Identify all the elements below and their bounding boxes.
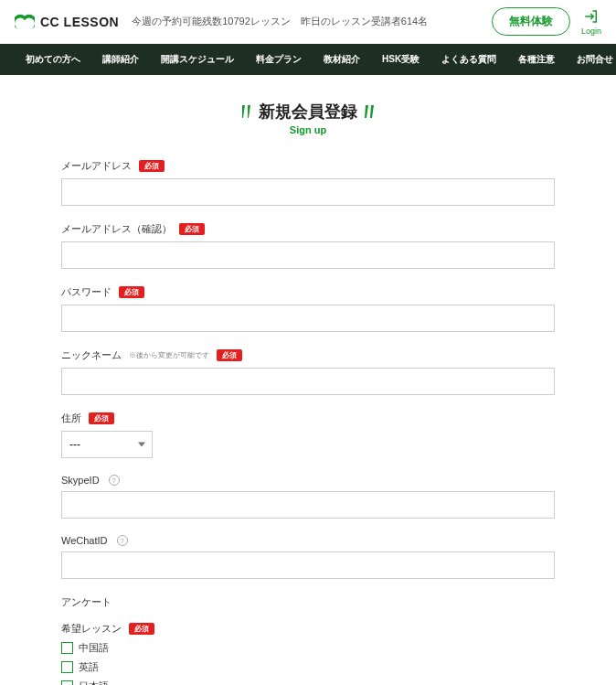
nav-item-faq[interactable]: よくある質問 bbox=[430, 44, 507, 75]
header-right: 無料体験 Login bbox=[492, 7, 601, 36]
option-label: 英語 bbox=[79, 660, 99, 674]
nav-right: 各種注意 お問合せ bbox=[507, 44, 616, 75]
wechat-label: WeChatID bbox=[61, 535, 108, 546]
wechat-input[interactable] bbox=[61, 551, 555, 579]
nav-item-contact[interactable]: お問合せ bbox=[566, 44, 616, 75]
field-email-confirm: メールアドレス（確認） 必須 bbox=[61, 222, 555, 269]
option-label: 日本語 bbox=[79, 680, 109, 685]
desired-option-en[interactable]: 英語 bbox=[61, 660, 555, 674]
desired-option-jp[interactable]: 日本語 bbox=[61, 680, 555, 685]
option-label: 中国語 bbox=[79, 641, 109, 655]
field-email: メールアドレス 必須 bbox=[61, 159, 555, 206]
logo-text: CC LESSON bbox=[40, 15, 119, 29]
trial-button[interactable]: 無料体験 bbox=[492, 7, 570, 36]
field-nickname: ニックネーム ※後から変更が可能です 必須 bbox=[61, 348, 555, 395]
help-icon[interactable]: ? bbox=[117, 535, 128, 546]
address-select[interactable]: --- bbox=[61, 431, 153, 458]
page-title-wrap: 新規会員登録 Sign up bbox=[61, 101, 555, 135]
desired-label: 希望レッスン bbox=[61, 622, 122, 636]
required-badge: 必須 bbox=[217, 349, 242, 361]
password-label: パスワード bbox=[61, 285, 112, 299]
header-left: CC LESSON 今週の予約可能残数10792レッスン 昨日のレッスン受講者6… bbox=[15, 12, 428, 32]
nav-item-hsk[interactable]: HSK受験 bbox=[371, 44, 430, 75]
required-badge: 必須 bbox=[89, 412, 114, 424]
nav-item-teachers[interactable]: 講師紹介 bbox=[91, 44, 150, 75]
checkbox-icon bbox=[61, 680, 73, 685]
nav-item-materials[interactable]: 教材紹介 bbox=[313, 44, 371, 75]
logo-icon bbox=[15, 12, 35, 32]
quote-left-icon bbox=[242, 105, 251, 118]
field-desired: 希望レッスン 必須 中国語 英語 日本語 その他 bbox=[61, 622, 555, 685]
required-badge: 必須 bbox=[119, 286, 144, 298]
logo[interactable]: CC LESSON bbox=[15, 12, 119, 32]
nav-item-notice[interactable]: 各種注意 bbox=[507, 44, 566, 75]
checkbox-icon bbox=[61, 642, 73, 654]
desired-option-cn[interactable]: 中国語 bbox=[61, 641, 555, 655]
email-confirm-input[interactable] bbox=[61, 241, 555, 269]
address-label: 住所 bbox=[61, 412, 81, 425]
field-address: 住所 必須 --- bbox=[61, 412, 555, 458]
login-icon bbox=[583, 8, 600, 25]
required-badge: 必須 bbox=[129, 623, 154, 635]
field-wechat: WeChatID ? bbox=[61, 535, 555, 579]
email-confirm-label: メールアドレス（確認） bbox=[61, 222, 172, 236]
header: CC LESSON 今週の予約可能残数10792レッスン 昨日のレッスン受講者6… bbox=[0, 0, 616, 44]
nickname-hint: ※後から変更が可能です bbox=[129, 350, 209, 360]
quote-right-icon bbox=[365, 105, 374, 118]
email-label: メールアドレス bbox=[61, 159, 132, 173]
field-skype: SkypeID ? bbox=[61, 475, 555, 519]
nickname-label: ニックネーム bbox=[61, 348, 122, 362]
required-badge: 必須 bbox=[179, 223, 205, 235]
help-icon[interactable]: ? bbox=[109, 475, 120, 486]
required-badge: 必須 bbox=[139, 160, 165, 172]
skype-label: SkypeID bbox=[61, 475, 100, 486]
field-password: パスワード 必須 bbox=[61, 285, 555, 332]
nav-bar: 初めての方へ 講師紹介 開講スケジュール 料金プラン 教材紹介 HSK受験 よく… bbox=[0, 44, 616, 75]
skype-input[interactable] bbox=[61, 491, 555, 519]
nickname-input[interactable] bbox=[61, 368, 555, 395]
page-title: 新規会員登録 bbox=[259, 101, 357, 123]
nav-item-schedule[interactable]: 開講スケジュール bbox=[150, 44, 245, 75]
login-link[interactable]: Login bbox=[581, 8, 601, 36]
header-info: 今週の予約可能残数10792レッスン 昨日のレッスン受講者614名 bbox=[132, 15, 428, 28]
page-title-row: 新規会員登録 bbox=[242, 101, 374, 123]
password-input[interactable] bbox=[61, 305, 555, 332]
page-subtitle: Sign up bbox=[61, 124, 555, 135]
login-label: Login bbox=[581, 27, 601, 36]
nav-item-intro[interactable]: 初めての方へ bbox=[15, 44, 91, 75]
nav-left: 初めての方へ 講師紹介 開講スケジュール 料金プラン 教材紹介 HSK受験 よく… bbox=[15, 44, 507, 75]
checkbox-icon bbox=[61, 661, 73, 673]
main: 新規会員登録 Sign up メールアドレス 必須 メールアドレス（確認） 必須… bbox=[52, 101, 564, 685]
nav-item-pricing[interactable]: 料金プラン bbox=[245, 44, 313, 75]
survey-heading: アンケート bbox=[61, 595, 555, 609]
email-input[interactable] bbox=[61, 178, 555, 206]
